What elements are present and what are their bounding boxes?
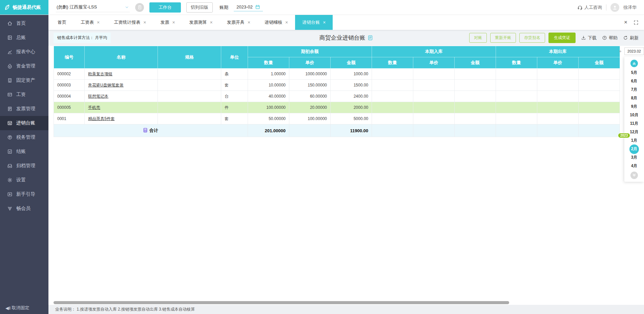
close-icon[interactable]: × (624, 19, 627, 26)
month-item-3[interactable]: 7月 (624, 85, 644, 94)
sidebar-item-guide[interactable]: 新手引导 (0, 187, 48, 201)
sidebar-item-home[interactable]: 首页 (0, 16, 48, 31)
month-item-4[interactable]: 8月 (624, 94, 644, 102)
tab-label: 发票 (160, 19, 169, 25)
tab-invoice-calc[interactable]: 发票测算× (182, 15, 220, 30)
sidebar-item-archive[interactable]: 归档管理 (0, 159, 48, 173)
workbench-button[interactable]: 工作台 (149, 2, 181, 13)
month-item-10[interactable]: 2月 (624, 145, 644, 153)
tab-close-icon[interactable]: × (285, 20, 288, 25)
unpin-icon: ◀‖ (5, 306, 11, 311)
cell-begin-price: 1000.00000 (289, 68, 331, 80)
cell-unit: 台 (221, 91, 248, 102)
fullscreen-icon[interactable] (633, 20, 639, 25)
generate-voucher-button[interactable]: 生成凭证 (548, 33, 576, 43)
reconcile-button[interactable]: 对账 (469, 33, 487, 43)
sidebar-item-closing[interactable]: 结账 (0, 144, 48, 159)
stock-alias-button[interactable]: 存货别名 (519, 33, 545, 43)
tab-close-icon[interactable]: × (172, 20, 175, 25)
calendar-icon (255, 4, 260, 9)
sidebar-item-settings[interactable]: 设置 (0, 173, 48, 187)
current-period-box[interactable]: » 2023.02 (624, 47, 644, 55)
subcolumn-header: 金额 (455, 57, 496, 68)
page-title: 商贸企业进销台账 (319, 34, 366, 42)
sidebar-item-tax-mgmt[interactable]: 税务管理 (0, 130, 48, 144)
month-item-12[interactable]: 4月 (624, 162, 644, 170)
sidebar-item-fixed-assets[interactable]: 固定资产 (0, 73, 48, 87)
tab-close-icon[interactable]: × (143, 20, 146, 25)
sidebar-item-invoice-mgmt[interactable]: 发票管理 (0, 102, 48, 116)
cell-begin-amount: 1000.00 (331, 68, 372, 80)
subcolumn-header: 数量 (372, 57, 413, 68)
consult-link[interactable]: 人工咨询 (577, 4, 602, 11)
app-logo: 畅捷通易代账 (0, 0, 48, 15)
tab-home[interactable]: 首页 (50, 15, 74, 30)
month-item-2[interactable]: 6月 (624, 77, 644, 85)
sidebar-item-label: 畅会员 (16, 205, 30, 212)
sidebar-item-general-ledger[interactable]: 总账 (0, 31, 48, 45)
sidebar-item-purchase-sale-ledger[interactable]: 进销台账 (0, 116, 48, 130)
tab-close-icon[interactable]: × (323, 20, 326, 25)
month-item-1[interactable]: 5月 (624, 68, 644, 77)
product-link[interactable]: 精品茶具5件套 (88, 116, 115, 121)
sidebar-item-report-center[interactable]: 报表中心 (0, 45, 48, 59)
month-label: 5月 (631, 70, 638, 76)
sidebar-item-member[interactable]: 畅会员 (0, 201, 48, 216)
month-item-5[interactable]: 9月 (624, 102, 644, 111)
unpin-button[interactable]: ◀‖ 取消固定 (0, 302, 48, 314)
sidebar-item-funds[interactable]: 资金管理 (0, 59, 48, 73)
switch-old-version-button[interactable]: 切到旧版 (186, 2, 213, 13)
tab-payroll-sheet[interactable]: 工资表× (74, 15, 107, 30)
total-empty (372, 124, 413, 137)
period-picker[interactable]: 2023-02 (234, 3, 263, 12)
month-item-9[interactable]: 1月2023 (624, 136, 644, 145)
cell-in-amount (455, 102, 496, 113)
scroll-down-button[interactable] (630, 172, 638, 179)
username[interactable]: 徐泽华 (623, 4, 637, 11)
topbar-main: (勿删) 江西服宝-LSS 工作台 切到旧版 账期 2023-02 人工咨询 徐… (48, 0, 644, 15)
topbar-right: 人工咨询 徐泽华 (577, 3, 637, 12)
month-item-7[interactable]: 11月 (624, 119, 644, 128)
scroll-up-button[interactable] (630, 60, 638, 67)
tab-purchase-sale-audit[interactable]: 进销稽核× (257, 15, 295, 30)
cell-in-price (413, 80, 455, 91)
cell-out-price (537, 80, 579, 91)
month-item-11[interactable]: 3月 (624, 153, 644, 162)
sidebar-item-payroll[interactable]: 工资 (0, 87, 48, 102)
help-icon (602, 35, 607, 40)
company-selector[interactable]: (勿删) 江西服宝-LSS (56, 2, 130, 12)
reopen-button[interactable]: 重新开账 (490, 33, 516, 43)
main-area: 首页工资表×工资统计报表×发票×发票测算×发票开具×进销稽核×进销台账× × 销… (48, 15, 644, 314)
subcolumn-header: 单价 (289, 57, 331, 68)
help-link[interactable]: 帮助 (602, 35, 618, 41)
tab-invoice[interactable]: 发票× (153, 15, 182, 30)
month-item-6[interactable]: 10月 (624, 111, 644, 119)
tab-label: 进销稽核 (265, 19, 282, 25)
download-link[interactable]: 下载 (581, 35, 597, 41)
tab-close-icon[interactable]: × (210, 20, 213, 25)
toolbar-actions: 对账重新开账存货别名生成凭证下载帮助刷新 (469, 33, 639, 43)
cell-begin-qty: 10.00000 (248, 80, 289, 91)
scrollbar-thumb[interactable] (54, 301, 509, 304)
product-link[interactable]: 青花瓷U盘钢笔套装 (88, 83, 124, 87)
table-total-row: 合计201.0000011900.00 (54, 124, 620, 137)
avatar[interactable] (610, 3, 619, 12)
subcolumn-header: 单价 (537, 57, 579, 68)
product-link[interactable]: 联想笔记本 (88, 94, 108, 99)
tab-close-icon[interactable]: × (248, 20, 250, 25)
collapse-panel-icon[interactable]: » (619, 48, 621, 54)
cell-begin-qty: 50.00000 (248, 113, 289, 124)
product-link[interactable]: 欧美复古项链 (88, 72, 112, 76)
tab-purchase-sale-ledger[interactable]: 进销台账× (295, 15, 333, 30)
tab-invoice-issue[interactable]: 发票开具× (220, 15, 257, 30)
tab-close-icon[interactable]: × (97, 20, 100, 25)
cell-name: 联想笔记本 (85, 91, 158, 102)
tab-payroll-report[interactable]: 工资统计报表× (107, 15, 153, 30)
sidebar-item-label: 总账 (16, 35, 26, 41)
refresh-link[interactable]: 刷新 (623, 35, 639, 41)
clipboard-icon[interactable] (135, 3, 144, 12)
chevron-down-icon (125, 5, 129, 9)
total-empty (413, 124, 455, 137)
product-link[interactable]: 手机壳 (88, 105, 100, 110)
total-label: 合计 (143, 127, 158, 134)
